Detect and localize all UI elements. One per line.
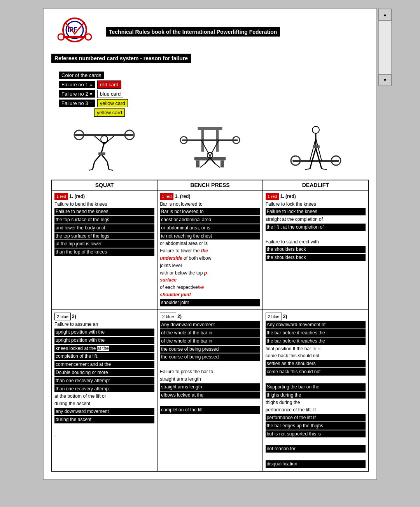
- bench-s2-title: 2): [177, 313, 182, 320]
- svg-line-10: [101, 143, 104, 154]
- failure-3-label: Failure no 3 =: [59, 100, 95, 107]
- svg-line-46: [310, 162, 312, 169]
- bench-header: BENCH PRESS: [157, 180, 262, 190]
- page-container: ▲ ▼ IPF Technical Rules book of the Inte…: [43, 8, 377, 480]
- failure-row-1: Failure no 1 = red card: [59, 80, 369, 89]
- deadlift-s2-title: 2): [283, 313, 287, 320]
- svg-line-14: [101, 154, 107, 162]
- scrollbar[interactable]: ▲ ▼: [378, 9, 392, 86]
- squat-blue-badge: 2 blue: [54, 313, 71, 321]
- squat-s1-title: 1. (red): [69, 193, 85, 200]
- bench-section1: 1 red 1. (red) Bar is not lowered to Bar…: [157, 190, 262, 310]
- bench-blue-badge: 2 blue: [160, 313, 176, 321]
- failure-4-card: yellow card: [94, 108, 125, 117]
- svg-line-16: [107, 162, 109, 170]
- failure-row-3: Failure no 3 = yellow card: [59, 99, 369, 107]
- failure-2-label: Failure no 2 =: [59, 90, 95, 98]
- svg-rect-23: [182, 140, 238, 142]
- svg-rect-50: [313, 145, 320, 148]
- squat-section1: 1 red 1. (red) Failure to bend the knees…: [52, 190, 157, 310]
- deadlift-s2-text: Any downward movement of the bar before …: [266, 321, 366, 468]
- deadlift-blue-badge: 2 blue: [266, 313, 282, 321]
- card-system-label: Referees numbered card system - reason f…: [51, 54, 369, 68]
- scroll-track: [378, 21, 392, 74]
- svg-rect-27: [196, 161, 200, 168]
- svg-line-17: [89, 170, 93, 170]
- svg-line-18: [109, 170, 113, 170]
- scroll-down-button[interactable]: ▼: [378, 74, 392, 86]
- failure-1-label: Failure no 1 =: [59, 81, 95, 88]
- color-label: Color of the cards: [59, 72, 104, 79]
- svg-rect-22: [198, 127, 222, 130]
- deadlift-s1-text: Failure to lock the knees Failure to loc…: [266, 201, 366, 262]
- bench-s1-title: 1. (red): [175, 193, 190, 200]
- page-title: Technical Rules book of the Internationa…: [106, 27, 280, 37]
- svg-line-13: [94, 154, 101, 162]
- scroll-up-button[interactable]: ▲: [378, 9, 392, 21]
- squat-s2-text: Failure to assume an upright position wi…: [54, 321, 154, 437]
- deadlift-image: [281, 123, 351, 173]
- bench-section2: 2 blue 2) Any downward movement of the w…: [157, 310, 262, 471]
- svg-line-36: [215, 164, 220, 168]
- failure-1-card: red card: [97, 80, 121, 89]
- bench-s1-text: Bar is not lowered to Bar is not lowered…: [160, 201, 260, 306]
- bench-s2-text: Any downward movement of the whole of th…: [160, 321, 260, 414]
- svg-line-47: [320, 162, 322, 169]
- squat-image: [69, 123, 139, 173]
- squat-s1-text: Failure to bend the knees Failure to ben…: [54, 201, 154, 256]
- svg-point-9: [101, 136, 108, 143]
- header: IPF Technical Rules book of the Internat…: [51, 16, 369, 47]
- svg-line-49: [322, 169, 327, 170]
- svg-point-40: [312, 126, 319, 133]
- svg-line-15: [93, 162, 94, 170]
- svg-line-12: [104, 136, 114, 144]
- deadlift-red-badge: 1 red: [266, 193, 279, 200]
- deadlift-s1-title: 1. (red): [280, 193, 296, 200]
- failure-3-card: yellow card: [97, 99, 128, 107]
- main-table: SQUAT BENCH PRESS DEADLIFT 1 red 1. (red…: [51, 180, 369, 472]
- deadlift-section2: 2 blue 2) Any downward movement of the b…: [263, 310, 368, 471]
- images-row: [51, 123, 369, 173]
- svg-rect-28: [220, 161, 224, 168]
- svg-line-35: [200, 164, 205, 168]
- failure-2-card: blue card: [97, 90, 123, 98]
- bench-red-badge: 1 red: [160, 193, 173, 200]
- deadlift-header: DEADLIFT: [263, 180, 368, 190]
- bench-image: [175, 123, 245, 173]
- svg-line-11: [94, 136, 104, 144]
- ipf-logo: IPF: [51, 16, 98, 47]
- squat-header: SQUAT: [52, 180, 157, 190]
- svg-line-48: [305, 169, 310, 170]
- deadlift-section1: 1 red 1. (red) Failure to lock the knees…: [263, 190, 368, 310]
- squat-s2-title: 2): [72, 313, 76, 320]
- svg-rect-2: [63, 36, 86, 38]
- failure-row-4: yellow card: [59, 108, 369, 117]
- svg-rect-37: [292, 160, 339, 162]
- squat-red-badge: 1 red: [54, 193, 68, 200]
- svg-rect-19: [98, 152, 105, 155]
- squat-section2: 2 blue 2) Failure to assume an upright p…: [52, 310, 157, 471]
- failure-row-2: Failure no 2 = blue card: [59, 90, 369, 98]
- color-section: Color of the cards Failure no 1 = red ca…: [51, 72, 369, 117]
